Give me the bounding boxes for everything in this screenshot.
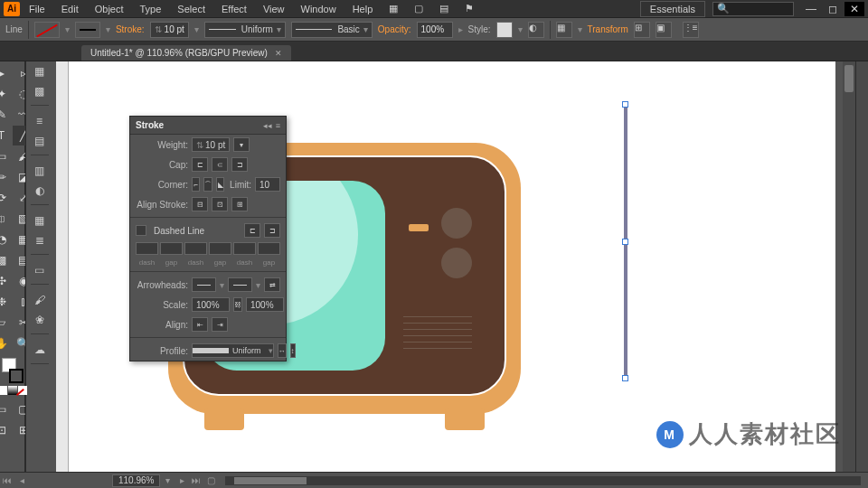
corner-round-button[interactable]: ⌒ (203, 177, 212, 192)
brushes-panel-icon[interactable]: 🖌 (31, 292, 49, 308)
dash-field[interactable] (184, 242, 207, 255)
align-outside-button[interactable]: ⊞ (231, 197, 248, 211)
swap-arrowheads-button[interactable]: ⇄ (264, 277, 280, 292)
gap-field[interactable] (209, 242, 231, 255)
edit-button[interactable]: ▣ (656, 22, 672, 38)
weight-field[interactable]: ⇅10 pt (192, 137, 230, 152)
eyedropper-tool[interactable]: ✣ (0, 271, 13, 291)
color-mode-button[interactable] (0, 386, 7, 395)
cap-butt-button[interactable]: ⊏ (192, 157, 208, 172)
transparency-panel-icon[interactable]: ▥ (31, 163, 49, 179)
shape-builder-tool[interactable]: ◔ (0, 230, 13, 249)
align-button[interactable]: ▦ (556, 22, 572, 38)
color-panel-icon[interactable]: ▦ (31, 63, 49, 80)
transform-label[interactable]: Transform (588, 24, 628, 34)
vertical-scrollbar[interactable] (843, 61, 855, 472)
libraries-panel-icon[interactable]: ☁ (31, 342, 49, 358)
right-dock[interactable] (855, 61, 868, 472)
menu-effect[interactable]: Effect (214, 2, 254, 16)
document-tab[interactable]: Untitled-1* @ 110.96% (RGB/GPU Preview) … (81, 45, 291, 61)
menu-window[interactable]: Window (294, 2, 344, 16)
arrow-scale-end-field[interactable]: 100% (246, 297, 284, 312)
close-button[interactable]: ✕ (844, 2, 864, 16)
rectangle-tool[interactable]: ▭ (0, 146, 13, 166)
gradient-panel-icon[interactable]: ▤ (31, 133, 49, 149)
zoom-dropdown-button[interactable]: ▾ (160, 474, 175, 487)
menu-file[interactable]: File (22, 2, 52, 16)
selection-tool[interactable]: ▸ (0, 63, 13, 83)
sync-icon[interactable]: ⚑ (459, 2, 479, 16)
menu-select[interactable]: Select (170, 2, 212, 16)
none-mode-button[interactable] (18, 386, 27, 395)
opacity-input[interactable]: 100% (417, 22, 453, 38)
menu-object[interactable]: Object (88, 2, 131, 16)
draw-normal-button[interactable]: ▭ (0, 399, 13, 419)
type-tool[interactable]: T (0, 126, 13, 145)
search-input[interactable]: 🔍 (712, 2, 794, 16)
graphic-styles-panel-icon[interactable]: ▦ (31, 212, 49, 229)
selection-handle[interactable] (622, 239, 628, 245)
flip-along-button[interactable]: ↔ (278, 343, 287, 358)
graphic-style-swatch[interactable] (496, 22, 513, 38)
opacity-label[interactable]: Opacity: (378, 24, 411, 34)
corner-bevel-button[interactable]: ◣ (216, 177, 224, 192)
hand-tool[interactable]: ✋ (0, 333, 13, 353)
corner-miter-button[interactable]: ⌐ (192, 177, 200, 192)
artboards-panel-icon[interactable]: ▭ (31, 262, 49, 278)
panel-menu-icon[interactable]: ≡ (276, 121, 280, 130)
style-dropdown[interactable]: Basic▾ (291, 22, 373, 38)
stroke-panel-icon[interactable]: ≡ (31, 113, 49, 129)
selected-line-object[interactable] (624, 105, 627, 378)
arrow-scale-start-field[interactable]: 100% (192, 297, 230, 312)
close-tab-icon[interactable]: ✕ (275, 49, 282, 58)
workspace-switcher[interactable]: Essentials (640, 1, 705, 17)
symbol-sprayer-tool[interactable]: ❉ (0, 292, 13, 312)
magic-wand-tool[interactable]: ✦ (0, 84, 13, 104)
menu-help[interactable]: Help (345, 2, 381, 16)
selection-handle[interactable] (622, 375, 628, 381)
cap-projecting-button[interactable]: ⊐ (231, 157, 248, 172)
menu-edit[interactable]: Edit (54, 2, 86, 16)
recolor-button[interactable]: ◐ (528, 22, 544, 38)
limit-field[interactable]: 10 (255, 177, 280, 192)
align-arrow-b-button[interactable]: ⇥ (212, 317, 228, 332)
dash-align-b-button[interactable]: ⊐ (264, 223, 280, 238)
selection-handle[interactable] (622, 101, 628, 108)
cap-round-button[interactable]: ⊂ (212, 157, 228, 172)
align-arrow-a-button[interactable]: ⇤ (192, 317, 208, 332)
gap-field[interactable] (160, 242, 183, 255)
fill-stroke-control[interactable] (2, 358, 24, 383)
dash-field[interactable] (233, 242, 256, 255)
menu-type[interactable]: Type (133, 2, 169, 16)
link-scale-button[interactable]: ⛓ (233, 297, 242, 312)
prev-artboard-button[interactable]: ◂ (14, 474, 29, 487)
stroke-swatch[interactable] (75, 22, 100, 38)
stroke-label[interactable]: Stroke: (116, 24, 145, 34)
horizontal-scrollbar[interactable] (225, 476, 861, 485)
flip-across-button[interactable]: ↕ (290, 343, 296, 358)
swatches-panel-icon[interactable]: ▩ (31, 83, 49, 99)
rotate-tool[interactable]: ⟳ (0, 188, 13, 208)
first-artboard-button[interactable]: ⏮ (0, 474, 14, 487)
zoom-field[interactable]: 110.96% (112, 474, 160, 487)
next-artboard-button[interactable]: ▸ (175, 474, 189, 487)
align-inside-button[interactable]: ⊡ (212, 197, 228, 211)
fill-swatch[interactable] (34, 22, 60, 38)
shaper-tool[interactable]: ✏ (0, 167, 13, 187)
last-artboard-button[interactable]: ⏭ (189, 474, 203, 487)
dashed-line-checkbox[interactable] (136, 225, 146, 236)
artboard-nav-button[interactable]: ▢ (203, 474, 218, 487)
align-center-button[interactable]: ⊟ (192, 197, 208, 211)
stroke-weight-input[interactable]: ⇅10 pt (150, 22, 189, 38)
layers-panel-icon[interactable]: ≣ (31, 232, 49, 249)
width-tool[interactable]: ⎅ (0, 209, 13, 229)
arrowhead-end-dropdown[interactable] (228, 277, 252, 292)
dash-align-a-button[interactable]: ⊏ (244, 223, 260, 238)
layout-icon-2[interactable]: ▢ (409, 2, 429, 16)
menu-view[interactable]: View (256, 2, 292, 16)
symbols-panel-icon[interactable]: ❀ (31, 312, 49, 328)
dash-field[interactable] (136, 242, 158, 255)
layout-icon-1[interactable]: ▦ (383, 2, 403, 16)
isolate-button[interactable]: ⊞ (634, 22, 650, 38)
brush-definition-dropdown[interactable]: Uniform▾ (204, 22, 286, 38)
